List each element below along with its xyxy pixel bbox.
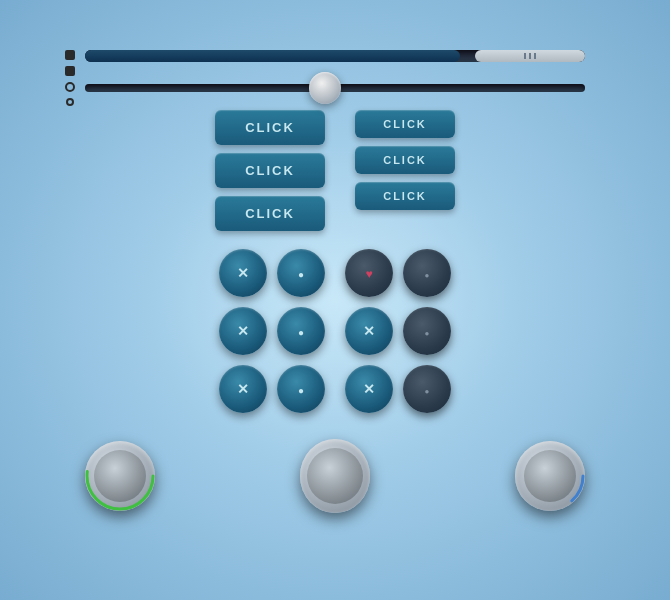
ctrl-dark-dot-2[interactable] <box>403 307 451 355</box>
knob-blue-arc-svg <box>511 437 589 515</box>
ctrl-teal-x-1[interactable] <box>219 249 267 297</box>
icon-square2 <box>65 66 75 76</box>
knob-blue[interactable] <box>515 441 585 511</box>
svg-point-1 <box>517 443 583 509</box>
click-button-2-2[interactable]: CLICK <box>355 146 455 174</box>
control-group-1 <box>219 249 325 413</box>
buttons-section: CLiCK CLICK CLICK CLICK CLICK CLICK <box>215 110 455 231</box>
heart-icon-1 <box>365 264 372 282</box>
knobs-section <box>45 441 625 511</box>
o-icon-3 <box>298 380 304 398</box>
progress-bar-marks <box>524 53 536 59</box>
knob-blue-outer <box>515 441 585 511</box>
ctrl-teal-o-3[interactable] <box>277 365 325 413</box>
icon-circle <box>65 82 75 92</box>
ctrl-teal-x-3[interactable] <box>219 365 267 413</box>
ctrl-dark-dot-1[interactable] <box>403 249 451 297</box>
mark-2 <box>529 53 531 59</box>
click-button-1-1[interactable]: CLiCK <box>215 110 325 145</box>
x-icon-3 <box>237 380 249 398</box>
sliders-section <box>45 50 625 92</box>
knob-plain-outer <box>300 439 370 513</box>
icon-square <box>65 50 75 60</box>
dot-icon-1 <box>425 264 430 282</box>
mark-3 <box>534 53 536 59</box>
click-button-1-2[interactable]: CLICK <box>215 153 325 188</box>
ctrl-teal-x-4[interactable] <box>345 307 393 355</box>
knob-plain-inner <box>307 448 363 504</box>
left-icons <box>65 50 75 106</box>
ctrl-dark-dot-3[interactable] <box>403 365 451 413</box>
icon-circle-small <box>66 98 74 106</box>
dot-icon-3 <box>425 380 430 398</box>
control-group-2 <box>345 249 451 413</box>
x-icon-2 <box>237 322 249 340</box>
ctrl-teal-o-2[interactable] <box>277 307 325 355</box>
button-column-1: CLiCK CLICK CLICK <box>215 110 325 231</box>
ctrl-teal-x-5[interactable] <box>345 365 393 413</box>
button-column-2: CLICK CLICK CLICK <box>355 110 455 231</box>
mark-1 <box>524 53 526 59</box>
knob-green[interactable] <box>85 441 155 511</box>
dot-icon-2 <box>425 322 430 340</box>
progress-bar-fill <box>85 50 460 62</box>
ctrl-teal-o-1[interactable] <box>277 249 325 297</box>
o-icon-2 <box>298 322 304 340</box>
o-icon-1 <box>298 264 304 282</box>
main-container: CLiCK CLICK CLICK CLICK CLICK CLICK <box>45 30 625 570</box>
progress-bar-end <box>475 50 585 62</box>
click-button-1-3[interactable]: CLICK <box>215 196 325 231</box>
click-button-2-1[interactable]: CLICK <box>355 110 455 138</box>
slider-track[interactable] <box>85 84 585 92</box>
slider-thumb[interactable] <box>309 72 341 104</box>
svg-point-0 <box>87 443 153 509</box>
controls-grid <box>219 249 451 413</box>
ctrl-dark-heart-1[interactable] <box>345 249 393 297</box>
knob-green-arc-svg <box>81 437 159 515</box>
click-button-2-3[interactable]: CLICK <box>355 182 455 210</box>
knob-plain[interactable] <box>300 441 370 511</box>
x-icon-4 <box>363 322 375 340</box>
x-icon-1 <box>237 264 249 282</box>
x-icon-5 <box>363 380 375 398</box>
knob-green-outer <box>85 441 155 511</box>
ctrl-teal-x-2[interactable] <box>219 307 267 355</box>
progress-bar-track <box>85 50 585 62</box>
